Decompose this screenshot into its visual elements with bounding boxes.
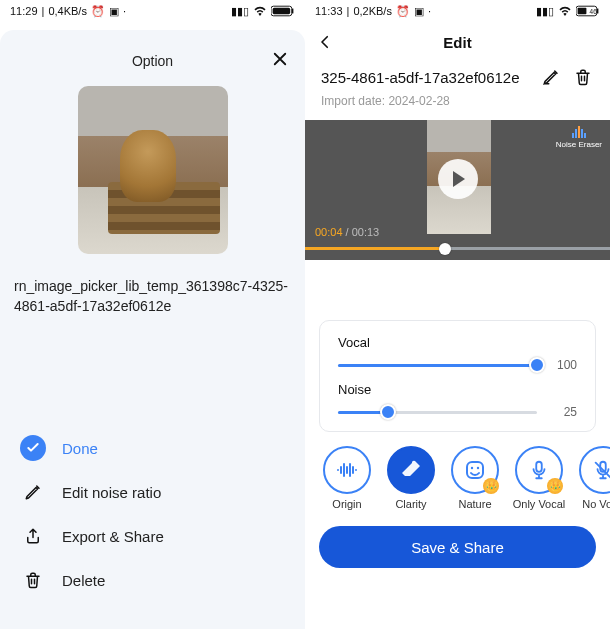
- playback-time: 00:04 / 00:13: [315, 226, 379, 238]
- svg-rect-4: [597, 9, 599, 14]
- menu-label: Delete: [62, 572, 105, 589]
- play-button[interactable]: [438, 159, 478, 199]
- export-icon: [20, 523, 46, 549]
- alarm-icon: ⏰: [91, 5, 105, 18]
- svg-text:46: 46: [590, 8, 598, 15]
- media-thumbnail: [78, 86, 228, 254]
- menu-label: Edit noise ratio: [62, 484, 161, 501]
- ratio-card: Vocal 100 Noise 25: [319, 320, 596, 432]
- screenshot-icon: ▣: [414, 5, 424, 18]
- option-menu: Done Edit noise ratio Export & Share Del…: [14, 421, 291, 615]
- svg-point-9: [477, 467, 479, 469]
- status-bar: 11:29 | 0,4KB/s ⏰ ▣ · ▮▮▯: [0, 0, 305, 22]
- status-net: 0,4KB/s: [48, 5, 87, 17]
- status-time: 11:33: [315, 5, 343, 17]
- media-title: 325-4861-a5df-17a32ef0612e: [321, 69, 530, 86]
- more-icon: ·: [123, 5, 126, 17]
- menu-item-delete[interactable]: Delete: [20, 567, 285, 593]
- svg-rect-10: [536, 462, 542, 472]
- menu-item-done[interactable]: Done: [20, 435, 285, 461]
- eraser-icon: [387, 446, 435, 494]
- mode-row: Origin Clarity 👑 Nature 👑 Only Vocal: [305, 442, 610, 518]
- wifi-icon: [558, 6, 572, 16]
- mode-nature[interactable]: 👑 Nature: [447, 446, 503, 510]
- mode-no-vocal[interactable]: No Voca: [575, 446, 610, 510]
- trash-icon: [574, 68, 592, 86]
- mode-origin[interactable]: Origin: [319, 446, 375, 510]
- menu-item-export[interactable]: Export & Share: [20, 523, 285, 549]
- pencil-icon: [542, 68, 560, 86]
- svg-rect-2: [273, 8, 291, 14]
- edit-pane: 11:33 | 0,2KB/s ⏰ ▣ · ▮▮▯ 46 Edit 325-48…: [305, 0, 610, 629]
- video-preview: Noise Eraser 00:04 / 00:13: [305, 120, 610, 260]
- premium-badge-icon: 👑: [483, 478, 499, 494]
- edit-header: Edit: [305, 22, 610, 62]
- signal-icon: ▮▮▯: [231, 5, 249, 18]
- play-icon: [453, 171, 465, 187]
- import-date: Import date: 2024-02-28: [305, 88, 610, 120]
- svg-point-8: [471, 467, 473, 469]
- mode-clarity[interactable]: Clarity: [383, 446, 439, 510]
- close-button[interactable]: [269, 48, 291, 70]
- check-icon: [20, 435, 46, 461]
- status-net: 0,2KB/s: [353, 5, 392, 17]
- mic-off-icon: [579, 446, 610, 494]
- file-name: rn_image_picker_lib_temp_361398c7-4325-4…: [14, 276, 291, 317]
- delete-button[interactable]: [572, 66, 594, 88]
- svg-rect-1: [292, 9, 294, 14]
- mode-only-vocal[interactable]: 👑 Only Vocal: [511, 446, 567, 510]
- status-time: 11:29: [10, 5, 38, 17]
- status-bar: 11:33 | 0,2KB/s ⏰ ▣ · ▮▮▯ 46: [305, 0, 610, 22]
- noise-eraser-badge: Noise Eraser: [556, 126, 602, 149]
- mic-icon: 👑: [515, 446, 563, 494]
- more-icon: ·: [428, 5, 431, 17]
- noise-value: 25: [549, 405, 577, 419]
- chevron-left-icon: [316, 33, 334, 51]
- signal-icon: ▮▮▯: [536, 5, 554, 18]
- screenshot-icon: ▣: [109, 5, 119, 18]
- option-sheet: Option rn_image_picker_lib_temp_361398c7…: [0, 30, 305, 629]
- vocal-label: Vocal: [338, 335, 577, 350]
- noise-label: Noise: [338, 382, 577, 397]
- premium-badge-icon: 👑: [547, 478, 563, 494]
- battery-icon: [271, 5, 295, 17]
- seek-slider[interactable]: [305, 247, 610, 250]
- vocal-slider[interactable]: [338, 364, 537, 367]
- menu-item-edit-ratio[interactable]: Edit noise ratio: [20, 479, 285, 505]
- wifi-icon: [253, 6, 267, 16]
- alarm-icon: ⏰: [396, 5, 410, 18]
- waveform-icon: [323, 446, 371, 494]
- page-title: Edit: [305, 34, 610, 51]
- battery-icon: 46: [576, 5, 600, 17]
- trash-icon: [20, 567, 46, 593]
- sheet-title: Option: [132, 53, 173, 69]
- pencil-icon: [20, 479, 46, 505]
- rename-button[interactable]: [540, 66, 562, 88]
- noise-slider[interactable]: [338, 411, 537, 414]
- vocal-value: 100: [549, 358, 577, 372]
- menu-label: Done: [62, 440, 98, 457]
- smile-icon: 👑: [451, 446, 499, 494]
- svg-rect-5: [578, 8, 587, 14]
- option-pane: 11:29 | 0,4KB/s ⏰ ▣ · ▮▮▯ Option: [0, 0, 305, 629]
- save-share-button[interactable]: Save & Share: [319, 526, 596, 568]
- menu-label: Export & Share: [62, 528, 164, 545]
- back-button[interactable]: [305, 22, 345, 62]
- close-icon: [271, 50, 289, 68]
